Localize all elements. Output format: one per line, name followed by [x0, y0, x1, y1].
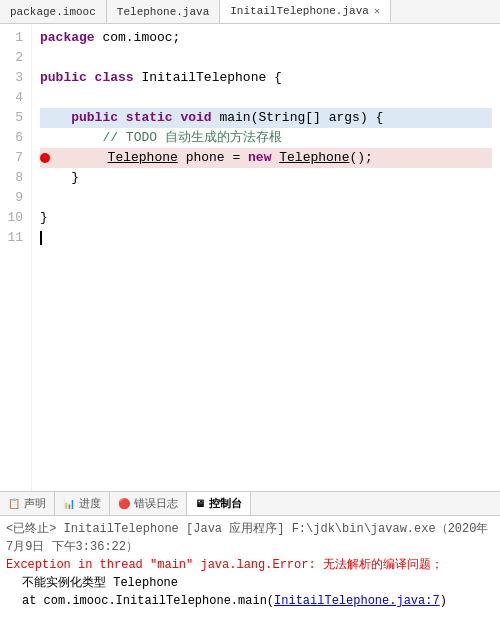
code-line-8: } — [40, 168, 492, 188]
console-line-4-end: ) — [440, 594, 447, 608]
shengming-icon: 📋 — [8, 498, 20, 510]
console-line-4: at com.imooc.InitailTelephone.main(Inita… — [6, 592, 494, 610]
line-numbers: 1 2 3 4 5 6 7 8 9 10 11 — [0, 24, 32, 491]
editor-tab-bar: package.imooc Telephone.java InitailTele… — [0, 0, 500, 24]
tab-initail[interactable]: InitailTelephone.java ✕ — [220, 0, 391, 23]
panel-tab-label-errlog: 错误日志 — [134, 496, 178, 511]
tab-label-initail: InitailTelephone.java — [230, 5, 369, 17]
code-line-4 — [40, 88, 492, 108]
code-line-9 — [40, 188, 492, 208]
console-at-prefix: at com.imooc.InitailTelephone.main( — [22, 594, 274, 608]
panel-tab-bar: 📋 声明 📊 进度 🔴 错误日志 🖥 控制台 — [0, 492, 500, 516]
panel-tab-label-console: 控制台 — [209, 496, 242, 511]
error-dot-icon — [40, 153, 50, 163]
code-line-6: // TODO 自动生成的方法存根 — [40, 128, 492, 148]
panel-tab-label-jindu: 进度 — [79, 496, 101, 511]
code-line-10: } — [40, 208, 492, 228]
editor-area: 1 2 3 4 5 6 7 8 9 10 11 package com.imoo… — [0, 24, 500, 491]
tab-package[interactable]: package.imooc — [0, 0, 107, 23]
code-line-2 — [40, 48, 492, 68]
console-line-1: <已终止> InitailTelephone [Java 应用程序] F:\jd… — [6, 520, 494, 556]
tab-close-icon[interactable]: ✕ — [374, 5, 380, 17]
panel-tab-label-shengming: 声明 — [24, 496, 46, 511]
panel-tab-errlog[interactable]: 🔴 错误日志 — [110, 492, 187, 515]
panel-tab-console[interactable]: 🖥 控制台 — [187, 492, 251, 515]
code-line-1: package com.imooc; — [40, 28, 492, 48]
console-file-link[interactable]: InitailTelephone.java:7 — [274, 594, 440, 608]
code-line-3: public class InitailTelephone { — [40, 68, 492, 88]
code-content[interactable]: package com.imooc; public class InitailT… — [32, 24, 500, 491]
code-line-11 — [40, 228, 492, 248]
errlog-icon: 🔴 — [118, 498, 130, 510]
console-line-3: 不能实例化类型 Telephone — [6, 574, 494, 592]
text-cursor — [40, 231, 42, 245]
console-area: <已终止> InitailTelephone [Java 应用程序] F:\jd… — [0, 516, 500, 621]
console-icon: 🖥 — [195, 498, 205, 510]
code-line-5: public static void main(String[] args) { — [40, 108, 492, 128]
jindu-icon: 📊 — [63, 498, 75, 510]
panel-tab-jindv[interactable]: 📊 进度 — [55, 492, 110, 515]
code-line-7: Telephone phone = new Telephone(); — [40, 148, 492, 168]
tab-label-package: package.imooc — [10, 6, 96, 18]
console-error-prefix: Exception in thread "main" java.lang.Err… — [6, 558, 443, 572]
console-line-2: Exception in thread "main" java.lang.Err… — [6, 556, 494, 574]
bottom-panel: 📋 声明 📊 进度 🔴 错误日志 🖥 控制台 <已终止> InitailTele… — [0, 491, 500, 621]
panel-tab-shengming[interactable]: 📋 声明 — [0, 492, 55, 515]
tab-telephone[interactable]: Telephone.java — [107, 0, 220, 23]
tab-label-telephone: Telephone.java — [117, 6, 209, 18]
